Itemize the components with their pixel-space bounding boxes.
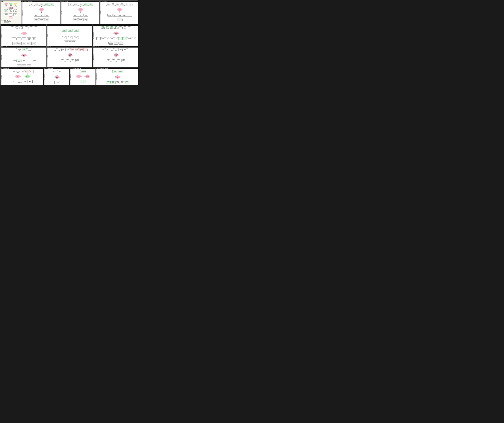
s10-diamonds-row: PCVRebalancing IdleDeposit — [15, 74, 31, 78]
s9-c1: Volatile Deposit Yield — [101, 48, 105, 51]
s11-c1: FEI Savings — [52, 70, 57, 73]
s10-c2: Stable Deposit Yield Bearing — [16, 70, 20, 73]
section-fei-money-market: 7. FEI Money Market FEI Money Market FEI… — [0, 46, 46, 67]
s8-b1: Stable Deposit Yield — [60, 59, 65, 62]
s6-b12: LP Impairment — [119, 41, 124, 45]
s3-hdiv — [105, 17, 134, 18]
s5-lines — [69, 33, 71, 35]
s11-diamond: FEI SavingsDeposit — [54, 75, 60, 79]
section-pcv-yield-mgmt: 9. PCV Yield Management PCV Yield Manage… — [92, 46, 138, 67]
sec13-main: FEI User Liquidity Pool User Target Weig… — [97, 69, 138, 85]
s4-b6: Stable Backing Ratio — [12, 42, 17, 45]
s9-bot: Stable Deposit Idle Volatile Deposit Yie… — [106, 59, 126, 62]
s5-out3: FEI price — [74, 36, 79, 39]
s7-b4: FEI Utilization — [27, 59, 31, 62]
sec1-bot-row2: Total Protocol Demand FEI Total Fiat Wit… — [34, 18, 49, 21]
section-fei-accounting: 2. FEI Accounting Accounting FEI Deposit… — [60, 0, 99, 24]
sec4-diamond: PCVMetrics — [21, 31, 27, 35]
s2-bot2: Total Protocol Demand FEI Total Fiat Wit… — [73, 18, 88, 21]
s12-c1: FEI CAM Allocation Asset Wt — [80, 70, 86, 73]
s2-line1 — [80, 6, 81, 7]
legend-fei-cam-reserve: FEI CAM Reserve — [4, 9, 8, 12]
section-price-proc: 5. Price Processes Price Processes Volat… — [46, 24, 92, 46]
cyl-total-borrowed-fei: Total Borrowed FEI — [39, 13, 44, 17]
s4-b8: Protocol Equity — [22, 42, 26, 45]
s7-c1: FEI PCV Money Market Deposit — [16, 48, 21, 51]
sec3-top: Stable Deposit Idle Stable Deposit Rebal… — [106, 3, 133, 6]
legend-policy-env: Policy(Environ.) — [13, 3, 18, 6]
s7-b1: FEI Deposit Money Market — [12, 59, 17, 62]
s7-diamond: MoneyMarket — [21, 53, 27, 57]
row3-grid: 7. FEI Money Market FEI Money Market FEI… — [0, 46, 138, 67]
s9-c6: Stable Deposit Rebalance Yield Bearing — [123, 48, 127, 51]
s11-bot: FEI Savings Deposit — [54, 81, 60, 84]
s8-b4: PCV Yield — [75, 59, 80, 62]
row2-grid: 4. System Metrics System Metrics Total P… — [0, 24, 138, 46]
s12-diamond1: CAM WeightUpdate — [76, 74, 82, 78]
cyl-fei-cam: FEI CAM — [49, 3, 54, 6]
s2-bot-cyl2: Total Borrowed FEI — [78, 13, 83, 17]
sec8-main: Stable Deposit Yield Bearing Volatile De… — [48, 47, 92, 67]
s2-bot-cyl3: Total FEI Supply — [83, 13, 88, 17]
section-sys-metrics: 4. System Metrics System Metrics Total P… — [0, 24, 46, 46]
legend-title: Legend — [0, 0, 21, 2]
sec9-diamond: PCV RebalancePolicy — [113, 53, 119, 57]
s8-c7: Stable asset pctV — [79, 48, 83, 51]
s8-c5: FEI Deposit MM — [70, 48, 74, 51]
s8-c8: FEI pctV — [83, 48, 88, 51]
s7-l2 — [24, 58, 24, 59]
s6-b5: PCV Deposit Liquidity — [114, 37, 118, 40]
s6-c7: FEI price — [127, 26, 131, 29]
s6-b9: LP mrg — [132, 37, 136, 40]
s7-b5: Stable Asset from LP — [32, 59, 36, 62]
sec1-hdiv — [27, 17, 56, 18]
s13-diamond: CAM RebalancingPolicy — [114, 75, 121, 79]
s6-c6: Volatile spot price — [123, 26, 127, 29]
sec5-left: Price Processes — [47, 26, 48, 46]
s2-bot-cyl4: Total Protocol Demand FEI — [73, 18, 78, 21]
s6-c5: LP Exponent — [118, 26, 123, 29]
legend-metric: Metric — [13, 13, 17, 16]
s7-bot1: FEI Deposit Money Market FEI User Deposi… — [12, 59, 36, 62]
s12-diamond2: ReallocationPolicy Pool — [84, 74, 90, 78]
s4-b9: Stable PCV Ratio — [27, 42, 31, 45]
s6-b2: PCV Amount Rebalanced Wk — [101, 37, 105, 40]
s6-c4: FEI User Liquidity Pool — [114, 26, 118, 29]
s6-bot2: FEI Amount Rebalanced Wk LP Tvl LP Impai… — [108, 41, 124, 45]
s2-cyl1: FEI Deposit Idle — [68, 3, 73, 6]
s9-b4: Volatile Deposit Yield Bearing — [121, 59, 126, 62]
section-fei-cam-weight: 12. FEI CAM Weight Update FEI CAM Weight… — [70, 68, 95, 85]
sec4-title: 4. System Metrics — [0, 24, 46, 26]
s13-c2: User Target Weight — [118, 70, 123, 73]
s7-c2: FEI User Deposit — [22, 48, 27, 51]
sec2-main: FEI Deposit Idle FEI Deposit Money Pool … — [62, 2, 99, 24]
sec6-top: Volatile PCV Liquidity Pool FEI-Volatile… — [101, 26, 131, 29]
s3-bot2-c1: Total PCV — [117, 18, 123, 21]
sec13-diamond: CAM RebalancingPolicy — [114, 75, 121, 79]
row1-grid: Legend Policy(Current) Policy(Queued) — [0, 0, 138, 24]
s7-b6: FEI MM Utilization — [17, 64, 22, 67]
s4-b2: Collateralization — [17, 37, 22, 40]
section-pcv-yield-accrual: 8. PCV Yield Accrual PCV Yield Accrual S… — [46, 46, 92, 67]
s6-c1: Volatile PCV Liquidity Pool — [101, 26, 105, 29]
s8-b3: FEI Deposit Yield — [70, 59, 75, 62]
section-fei-volatile: 6. FEI-Volatile Liquidity Pool FEI-Volat… — [92, 24, 138, 46]
sec11-left: FEI Savings Deposit — [44, 69, 45, 85]
s4-b7: Collateralization Ratio — [17, 42, 22, 45]
s9-c5: Stable Deposit Rebalance idle — [118, 48, 123, 51]
sec1-left-strip: Simulation Accounting — [22, 2, 23, 24]
s6-b3: LP Tvl — [105, 37, 109, 40]
s5-inputs: Volatile stable price Volatile stable pr… — [61, 29, 79, 32]
s5-in1: Volatile stable price — [61, 29, 67, 32]
s8-c1: Stable Deposit Yield Bearing — [53, 48, 57, 51]
s3-bot1-c5: Total PCV — [127, 13, 132, 17]
s10-c5: Amounts — [29, 70, 34, 73]
s9-b1: Stable Deposit Idle — [106, 59, 111, 62]
s2-cyl5: FEI CAM — [88, 3, 93, 6]
sec9-main: Volatile Deposit Yield Stable Deposit Yi… — [94, 47, 138, 67]
sec8-diamond: PCV YieldAccrual — [67, 53, 73, 57]
s4-l1 — [24, 30, 24, 31]
legend-liquidation: Liquidation — [9, 16, 13, 19]
s13-bot: FEI CAM Quality Trade FEI CAM Liquidity … — [106, 81, 129, 84]
s2-bot-cyl6: Total FEI Supply — [83, 18, 88, 21]
